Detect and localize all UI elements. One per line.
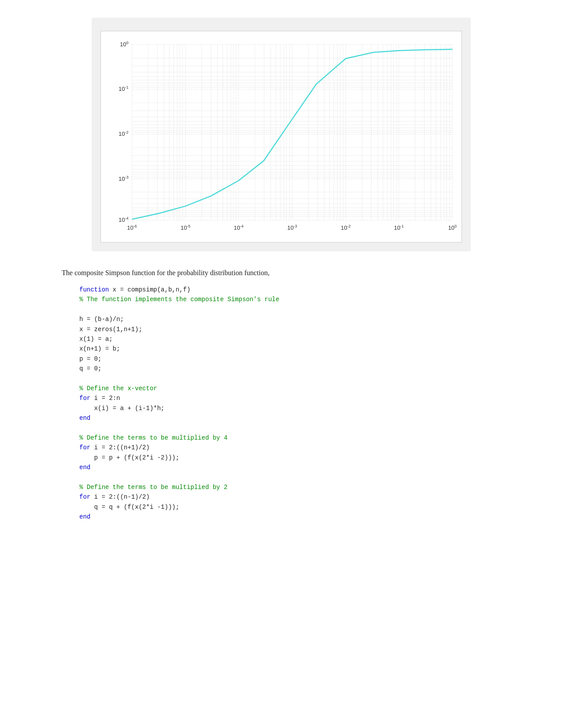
code-line-3: h = (b-a)/n; xyxy=(79,314,536,324)
code-line-12: end xyxy=(79,413,536,423)
code-blank xyxy=(79,305,536,314)
code-line-7: p = 0; xyxy=(79,354,536,364)
code-text: x(n+1) = b; xyxy=(79,345,120,352)
code-text: i = 2:((n-1)/2) xyxy=(90,493,149,500)
code-line-10: for i = 2:n xyxy=(79,393,536,403)
code-line-13: % Define the terms to be multiplied by 4 xyxy=(79,433,536,443)
svg-text:10-3: 10-3 xyxy=(287,224,297,231)
code-line-8: q = 0; xyxy=(79,364,536,373)
code-line-14: for i = 2:((n+1)/2) xyxy=(79,443,536,452)
keyword-for: for xyxy=(79,444,90,451)
svg-text:10-4: 10-4 xyxy=(119,216,128,223)
code-blank xyxy=(79,472,536,482)
code-text: i = 2:n xyxy=(90,395,120,402)
code-comment: % Define the x-vector xyxy=(79,385,157,392)
code-line-4: x = zeros(1,n+1); xyxy=(79,325,536,334)
code-line-20: end xyxy=(79,512,536,522)
code-text: q = 0; xyxy=(79,365,101,372)
code-blank xyxy=(79,374,536,384)
keyword-for: for xyxy=(79,395,90,402)
code-line-6: x(n+1) = b; xyxy=(79,344,536,354)
svg-text:10-3: 10-3 xyxy=(119,175,128,182)
code-comment: % The function implements the composite … xyxy=(79,296,279,303)
svg-text:10-5: 10-5 xyxy=(180,224,190,231)
code-line-18: for i = 2:((n-1)/2) xyxy=(79,492,536,502)
chart-svg: 100 10-1 10-2 10-3 10-4 10-6 10-5 10-4 1… xyxy=(101,31,462,242)
code-blank xyxy=(79,423,536,433)
keyword-for: for xyxy=(79,493,90,500)
code-line-1: function x = compsimp(a,b,n,f) xyxy=(79,285,536,295)
svg-text:10-6: 10-6 xyxy=(127,224,137,231)
code-block: function x = compsimp(a,b,n,f) % The fun… xyxy=(79,285,536,522)
svg-text:100: 100 xyxy=(120,41,128,48)
svg-text:10-1: 10-1 xyxy=(119,85,128,92)
code-line-9: % Define the x-vector xyxy=(79,384,536,393)
code-line-19: q = q + (f(x(2*i -1))); xyxy=(79,502,536,512)
code-line-16: end xyxy=(79,463,536,472)
code-line-2: % The function implements the composite … xyxy=(79,295,536,304)
keyword-function: function xyxy=(79,286,109,293)
code-text: x = zeros(1,n+1); xyxy=(79,326,142,333)
code-comment: % Define the terms to be multiplied by 2 xyxy=(79,484,227,491)
keyword-end: end xyxy=(79,464,90,471)
code-text: x(i) = a + (i-1)*h; xyxy=(79,405,164,412)
code-line-15: p = p + (f(x(2*i -2))); xyxy=(79,453,536,463)
code-line-11: x(i) = a + (i-1)*h; xyxy=(79,403,536,413)
svg-text:100: 100 xyxy=(448,224,456,231)
svg-text:10-2: 10-2 xyxy=(119,130,128,137)
svg-text:10-1: 10-1 xyxy=(394,224,403,231)
code-line-5: x(1) = a; xyxy=(79,334,536,344)
code-text: h = (b-a)/n; xyxy=(79,316,124,323)
keyword-end: end xyxy=(79,414,90,422)
code-text: i = 2:((n+1)/2) xyxy=(90,444,149,451)
svg-text:10-4: 10-4 xyxy=(234,224,243,231)
chart-container: 100 10-1 10-2 10-3 10-4 10-6 10-5 10-4 1… xyxy=(92,18,471,251)
code-comment: % Define the terms to be multiplied by 4 xyxy=(79,434,227,441)
chart-inner: 100 10-1 10-2 10-3 10-4 10-6 10-5 10-4 1… xyxy=(100,31,462,243)
svg-text:10-2: 10-2 xyxy=(341,224,350,231)
keyword-end: end xyxy=(79,513,90,520)
code-text: x = compsimp(a,b,n,f) xyxy=(109,286,190,293)
code-text: x(1) = a; xyxy=(79,336,113,343)
code-text: p = 0; xyxy=(79,355,101,362)
code-line-17: % Define the terms to be multiplied by 2 xyxy=(79,482,536,492)
code-text: q = q + (f(x(2*i -1))); xyxy=(79,504,179,511)
code-text: p = p + (f(x(2*i -2))); xyxy=(79,454,179,461)
description-text: The composite Simpson function for the p… xyxy=(62,269,536,277)
